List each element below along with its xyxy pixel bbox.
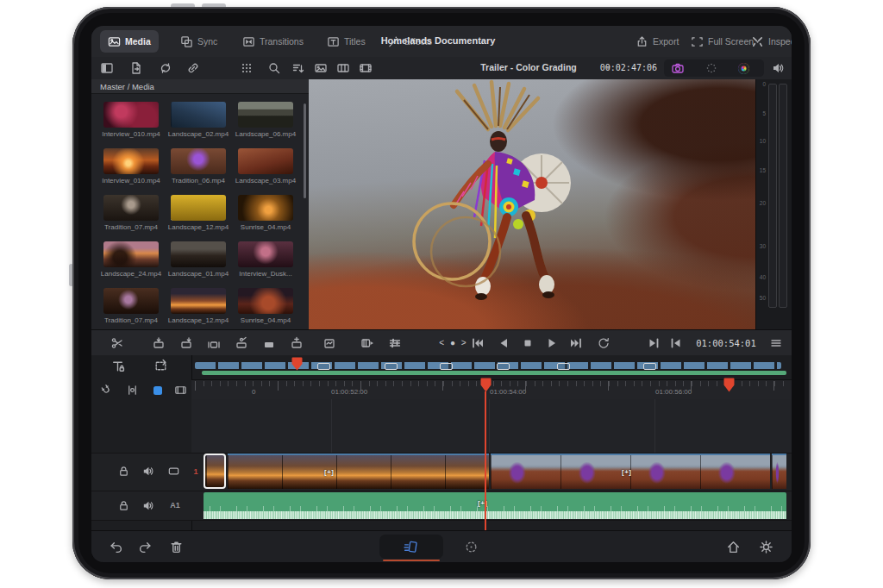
undo-icon[interactable] [109, 540, 123, 554]
smart-insert-icon[interactable] [152, 336, 166, 350]
media-thumbnail[interactable] [171, 148, 226, 174]
text-tool-icon[interactable] [110, 359, 125, 373]
media-thumbnail[interactable] [171, 288, 226, 314]
meter-label: 15 [757, 167, 766, 173]
place-on-top-icon[interactable] [235, 336, 248, 350]
audio-monitor-icon[interactable] [771, 61, 785, 75]
track-audio-icon[interactable] [141, 465, 154, 478]
tab-media-label: Media [125, 36, 151, 47]
next-edit-icon[interactable] [647, 336, 661, 350]
play-clip-icon[interactable] [360, 336, 374, 350]
timeline-clip-sunset[interactable]: [+] [228, 454, 489, 489]
tab-transitions-label: Transitions [260, 36, 304, 47]
inspector-button[interactable]: Inspector [743, 30, 792, 53]
track-lock-icon[interactable] [117, 499, 130, 512]
clip-marker[interactable]: [+] [622, 468, 632, 476]
timeline-minimap-video[interactable] [195, 362, 781, 369]
play-icon[interactable] [545, 336, 559, 350]
timeline-clip-dancer[interactable]: [+] [491, 454, 770, 489]
transitions-icon [242, 35, 255, 48]
media-thumbnail[interactable] [171, 241, 226, 267]
media-thumbnail[interactable] [103, 148, 159, 174]
media-thumbnail[interactable] [171, 102, 226, 128]
split-clip-icon[interactable] [110, 336, 124, 350]
timeline-clip-partial[interactable] [772, 454, 786, 489]
relink-icon[interactable] [186, 61, 200, 75]
timeline-empty-area [191, 399, 792, 453]
media-thumbnail[interactable] [238, 195, 293, 221]
track-enable-icon[interactable] [167, 465, 180, 478]
camera-icon[interactable] [671, 61, 685, 75]
skip-to-end-icon[interactable] [569, 336, 583, 350]
delete-icon[interactable] [169, 540, 184, 554]
import-media-icon[interactable] [129, 61, 143, 75]
track-audio-icon[interactable] [141, 499, 154, 512]
previous-edit-icon[interactable] [669, 336, 683, 350]
media-thumbnail[interactable] [238, 241, 293, 267]
media-thumbnail[interactable] [238, 288, 293, 314]
media-thumbnail[interactable] [103, 195, 159, 221]
media-thumbnail[interactable] [103, 241, 159, 267]
overwrite-clip-icon[interactable] [262, 336, 276, 350]
timeline-minimap-audio[interactable] [202, 371, 786, 375]
home-icon[interactable] [726, 540, 741, 554]
settings-gear-icon[interactable] [759, 540, 773, 554]
panel-toggle-icon[interactable] [100, 61, 114, 75]
resync-icon[interactable] [159, 61, 172, 75]
track-lock-icon[interactable] [117, 465, 130, 478]
export-button[interactable]: Export [628, 30, 686, 53]
insert-clip-icon[interactable] [290, 336, 304, 350]
marker-color-swatch[interactable] [153, 386, 162, 395]
timeline-audio-clip[interactable]: [+] [204, 492, 786, 519]
tab-sync[interactable]: Sync [172, 30, 225, 53]
playhead-line[interactable] [485, 391, 486, 534]
sort-icon[interactable] [291, 61, 305, 75]
breadcrumb[interactable]: Master / Media [91, 79, 309, 94]
minimap-playhead-pin[interactable] [291, 356, 303, 372]
secondary-marker-pin[interactable] [723, 377, 735, 393]
cut-page-tab[interactable] [379, 535, 443, 559]
media-thumbnail[interactable] [171, 195, 226, 221]
redo-icon[interactable] [138, 540, 153, 554]
media-clip-name: Interview_010.mp4 [100, 130, 162, 138]
flags-icon[interactable] [126, 384, 139, 397]
color-page-tab[interactable] [464, 540, 479, 554]
ripple-overwrite-icon[interactable] [207, 336, 221, 350]
media-thumbnail[interactable] [103, 102, 159, 128]
view-filmstrip-icon[interactable] [359, 61, 373, 75]
loop-icon[interactable] [597, 336, 611, 350]
media-pool-panel: Master / Media Interview_010.mp4 Landsca… [91, 79, 310, 329]
tab-media[interactable]: Media [100, 30, 159, 53]
timeline-view-icon[interactable] [174, 384, 187, 397]
clip-marker[interactable]: [+] [324, 468, 335, 476]
fit-to-fill-icon[interactable] [323, 336, 336, 350]
search-icon[interactable] [267, 61, 281, 75]
minimap-marker [643, 363, 656, 370]
media-scrollbar[interactable] [304, 103, 306, 198]
timeline-ruler[interactable]: 0 01:00:52:00 01:00:54:00 01:00:56:00 [191, 379, 792, 401]
transform-tool-icon[interactable] [153, 359, 168, 373]
fullscreen-icon [691, 35, 704, 48]
append-clip-icon[interactable] [179, 336, 193, 350]
timeline-selector[interactable]: Trailer - Color Grading [455, 62, 602, 72]
color-wheel-icon[interactable] [738, 63, 749, 74]
bin-view-grid-icon[interactable] [240, 61, 254, 75]
stop-icon[interactable] [521, 336, 535, 350]
snapping-magnet-icon[interactable] [100, 384, 113, 397]
viewer[interactable] [309, 79, 755, 329]
play-reverse-icon[interactable] [497, 336, 510, 350]
media-cell: Landscape_02.mp4 [171, 102, 229, 138]
view-thumbnail-icon[interactable] [314, 61, 328, 75]
media-thumbnail[interactable] [238, 148, 293, 174]
timeline-clip-selected[interactable] [204, 454, 226, 489]
view-strip-icon[interactable] [336, 61, 350, 75]
trim-tools-icon[interactable] [388, 336, 402, 350]
transport-menu-icon[interactable] [769, 336, 783, 350]
tab-transitions[interactable]: Transitions [235, 30, 311, 53]
sparkle-icon[interactable] [705, 61, 718, 75]
skip-to-start-icon[interactable] [471, 336, 485, 350]
minimap-marker [497, 363, 510, 370]
media-thumbnail[interactable] [238, 102, 293, 128]
media-thumbnail[interactable] [103, 288, 159, 314]
media-cell: Landscape_12.mp4 [171, 195, 229, 231]
